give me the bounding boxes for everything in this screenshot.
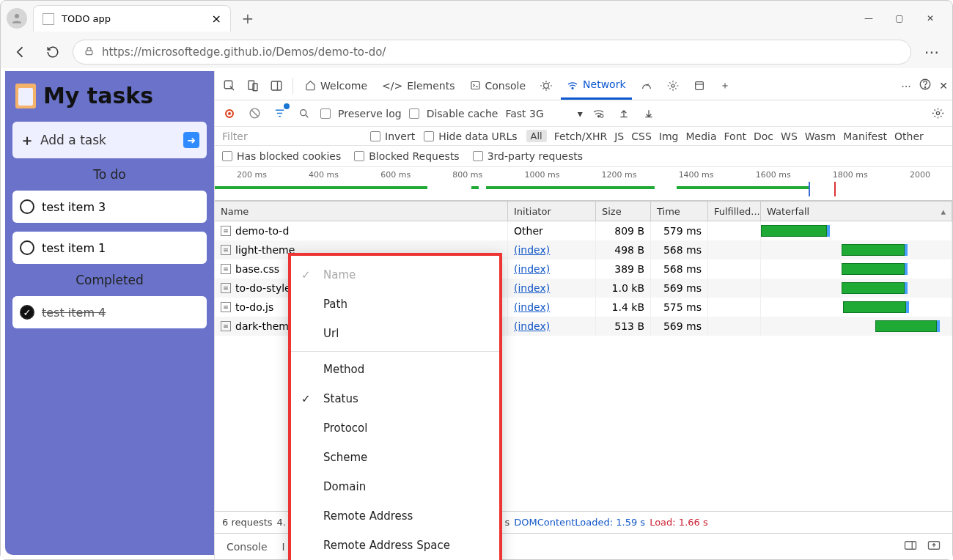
unchecked-icon[interactable] xyxy=(20,240,34,255)
ctx-item-status[interactable]: ✓Status xyxy=(291,384,499,413)
type-filter-img[interactable]: Img xyxy=(659,130,679,142)
initiator-link[interactable]: (index) xyxy=(514,244,550,256)
type-filter-ws[interactable]: WS xyxy=(781,130,798,142)
type-filter-media[interactable]: Media xyxy=(685,130,716,142)
transfer-text: 4. xyxy=(277,517,286,528)
type-filter-css[interactable]: CSS xyxy=(631,130,652,142)
hide-urls-checkbox[interactable] xyxy=(424,131,434,141)
tab-application-icon[interactable] xyxy=(688,72,711,100)
add-task-input[interactable]: ＋ Add a task ➜ xyxy=(12,122,207,158)
throttling-select[interactable]: Fast 3G ▾ xyxy=(505,108,582,119)
drawer-close-icon[interactable] xyxy=(927,540,941,553)
col-name[interactable]: Name xyxy=(215,202,508,221)
browser-tab[interactable]: TODO app × xyxy=(33,5,231,32)
disable-cache-checkbox[interactable] xyxy=(409,108,419,119)
minimize-icon[interactable]: — xyxy=(861,13,876,23)
waterfall-cell xyxy=(761,317,952,336)
network-settings-icon[interactable] xyxy=(929,105,946,122)
record-button[interactable] xyxy=(221,105,238,122)
unchecked-icon[interactable] xyxy=(20,199,34,214)
reload-button[interactable] xyxy=(40,40,65,65)
svg-point-15 xyxy=(598,116,600,117)
submit-task-icon[interactable]: ➜ xyxy=(183,132,199,148)
invert-checkbox[interactable] xyxy=(370,131,380,141)
ctx-item-path[interactable]: Path xyxy=(291,290,499,319)
type-filter-other[interactable]: Other xyxy=(894,130,924,142)
column-context-menu[interactable]: ✓NamePathUrlMethod✓StatusProtocolSchemeD… xyxy=(288,253,502,560)
check-icon: ✓ xyxy=(301,268,311,281)
devtools-more-icon[interactable]: ⋯ xyxy=(901,80,911,92)
dropdown-icon: ▾ xyxy=(578,108,583,119)
type-filters: AllFetch/XHRJSCSSImgMediaFontDocWSWasmMa… xyxy=(526,130,924,142)
preserve-log-checkbox[interactable] xyxy=(320,108,331,119)
col-waterfall[interactable]: Waterfall▴ xyxy=(761,202,952,221)
type-filter-doc[interactable]: Doc xyxy=(754,130,773,142)
filter-input[interactable]: Filter xyxy=(222,130,361,142)
task-item-done[interactable]: test item 4 xyxy=(12,296,207,328)
clear-icon[interactable] xyxy=(246,105,263,122)
close-tab-icon[interactable]: × xyxy=(212,12,221,26)
task-item[interactable]: test item 1 xyxy=(12,232,207,264)
drawer-issues-tab[interactable]: I xyxy=(282,541,285,553)
tab-network[interactable]: Network xyxy=(561,72,631,100)
type-filter-all[interactable]: All xyxy=(526,130,547,142)
ctx-item-remote-address-space[interactable]: Remote Address Space xyxy=(291,531,499,560)
waterfall-cell xyxy=(761,279,952,298)
col-fulfilled[interactable]: Fulfilled... xyxy=(708,202,761,221)
col-time[interactable]: Time xyxy=(651,202,708,221)
network-grid-header[interactable]: Name Initiator Size Time Fulfilled... Wa… xyxy=(215,201,952,221)
col-size[interactable]: Size xyxy=(596,202,651,221)
devtools-close-icon[interactable]: ✕ xyxy=(939,80,948,92)
initiator-link[interactable]: (index) xyxy=(514,301,550,313)
browser-menu-icon[interactable]: ⋯ xyxy=(919,43,945,61)
drawer-console-tab[interactable]: Console xyxy=(227,541,268,553)
blocked-cookies-checkbox[interactable] xyxy=(222,151,232,161)
drawer-expand-icon[interactable] xyxy=(904,540,917,553)
ctx-item-domain[interactable]: Domain xyxy=(291,472,499,501)
third-party-checkbox[interactable] xyxy=(473,151,483,161)
col-initiator[interactable]: Initiator xyxy=(508,202,596,221)
file-icon: ≡ xyxy=(221,245,231,255)
type-filter-js[interactable]: JS xyxy=(614,130,624,142)
tab-console[interactable]: Console xyxy=(464,72,532,100)
tab-add-icon[interactable]: ＋ xyxy=(714,72,736,100)
maximize-icon[interactable]: ▢ xyxy=(892,13,907,23)
ctx-item-remote-address[interactable]: Remote Address xyxy=(291,501,499,531)
ctx-item-url[interactable]: Url xyxy=(291,319,499,348)
inspect-element-icon[interactable] xyxy=(219,75,240,96)
type-filter-fetch/xhr[interactable]: Fetch/XHR xyxy=(554,130,608,142)
type-filter-font[interactable]: Font xyxy=(724,130,746,142)
tab-elements[interactable]: </>Elements xyxy=(376,72,460,100)
tab-welcome[interactable]: Welcome xyxy=(299,72,373,100)
close-window-icon[interactable]: ✕ xyxy=(923,13,938,23)
type-filter-manifest[interactable]: Manifest xyxy=(843,130,887,142)
filter-toggle-icon[interactable] xyxy=(271,105,288,122)
network-timeline[interactable]: 200 ms400 ms600 ms800 ms1000 ms1200 ms14… xyxy=(215,167,952,201)
export-har-icon[interactable] xyxy=(640,105,658,122)
ctx-item-protocol[interactable]: Protocol xyxy=(291,413,499,443)
network-conditions-icon[interactable] xyxy=(590,105,608,122)
url-omnibox[interactable]: https://microsoftedge.github.io/Demos/de… xyxy=(73,40,911,65)
checked-icon[interactable] xyxy=(20,305,34,320)
new-tab-button[interactable]: + xyxy=(237,7,259,29)
initiator-link[interactable]: (index) xyxy=(514,263,550,275)
tab-settings-icon[interactable] xyxy=(661,72,685,100)
request-name: to-do.js xyxy=(235,301,273,313)
initiator-link[interactable]: (index) xyxy=(514,320,550,332)
blocked-requests-checkbox[interactable] xyxy=(354,151,364,161)
type-filter-wasm[interactable]: Wasm xyxy=(805,130,836,142)
import-har-icon[interactable] xyxy=(615,105,633,122)
dock-side-icon[interactable] xyxy=(266,75,287,96)
task-item[interactable]: test item 3 xyxy=(12,191,207,223)
table-row[interactable]: ≡demo-to-dOther809 B579 ms xyxy=(215,221,952,240)
help-icon[interactable] xyxy=(919,78,932,93)
tab-performance-icon[interactable] xyxy=(635,72,658,100)
back-button[interactable] xyxy=(8,40,33,65)
device-toolbar-icon[interactable] xyxy=(243,75,263,96)
ctx-item-method[interactable]: Method xyxy=(291,355,499,384)
tab-debugger-icon[interactable] xyxy=(534,72,558,100)
profile-avatar[interactable] xyxy=(7,8,27,29)
search-icon[interactable] xyxy=(295,105,313,122)
ctx-item-scheme[interactable]: Scheme xyxy=(291,443,499,472)
initiator-link[interactable]: (index) xyxy=(514,282,550,294)
